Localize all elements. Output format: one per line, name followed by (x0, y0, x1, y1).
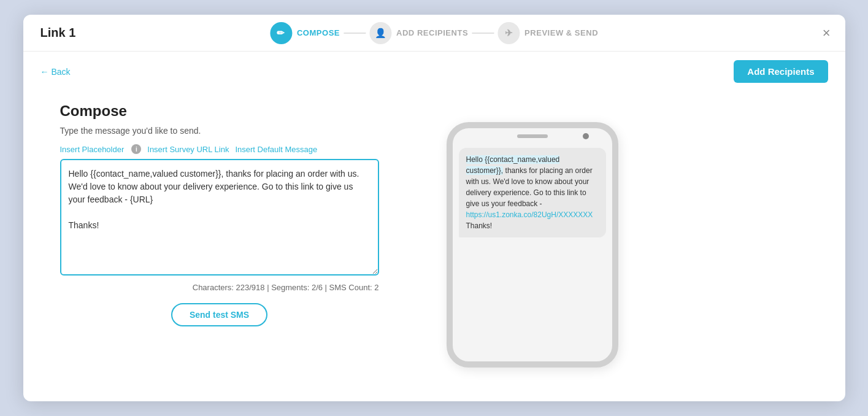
phone-top-bar (453, 128, 612, 142)
step-preview-send[interactable]: ✈ PREVIEW & SEND (497, 22, 598, 44)
phone-screen: Hello {{contact_name,valued customer}}, … (453, 142, 612, 361)
step-compose-circle: ✏ (270, 22, 292, 44)
char-count: Characters: 223/918 | Segments: 2/6 | SM… (60, 283, 379, 292)
message-bubble: Hello {{contact_name,valued customer}}, … (459, 148, 606, 237)
info-icon[interactable]: i (131, 144, 141, 154)
back-link[interactable]: ← Back (40, 67, 71, 77)
phone-speaker (517, 134, 548, 138)
toolbar-links: Insert Placeholder i Insert Survey URL L… (60, 144, 379, 154)
step-compose[interactable]: ✏ COMPOSE (270, 22, 340, 44)
compose-title: Compose (60, 102, 379, 120)
phone-mockup: Hello {{contact_name,valued customer}}, … (447, 122, 618, 368)
modal-title: Link 1 (40, 26, 76, 40)
step-preview-send-label: PREVIEW & SEND (524, 28, 598, 37)
insert-placeholder-link[interactable]: Insert Placeholder (60, 145, 125, 154)
close-button[interactable]: × (823, 26, 831, 40)
compose-section: Compose Type the message you'd like to s… (60, 102, 379, 387)
insert-survey-url-link[interactable]: Insert Survey URL Link (147, 145, 229, 154)
step-connector-2 (472, 33, 494, 34)
modal-header: Link 1 ✏ COMPOSE 👤 ADD RECIPIENTS ✈ PREV… (23, 15, 845, 52)
add-recipients-button[interactable]: Add Recipients (734, 60, 828, 83)
step-compose-label: COMPOSE (297, 28, 340, 37)
modal-subheader: ← Back Add Recipients (23, 52, 845, 88)
insert-default-message-link[interactable]: Insert Default Message (235, 145, 317, 154)
step-add-recipients-circle: 👤 (369, 22, 391, 44)
message-textarea[interactable]: Hello {{contact_name,valued customer}}, … (60, 159, 379, 275)
step-add-recipients-label: ADD RECIPIENTS (396, 28, 468, 37)
compose-modal: Link 1 ✏ COMPOSE 👤 ADD RECIPIENTS ✈ PREV… (23, 15, 845, 401)
message-thanks: Thanks! (466, 221, 493, 230)
message-link: https://us1.zonka.co/82UgH/XXXXXXX (466, 210, 593, 219)
compose-subtitle: Type the message you'd like to send. (60, 126, 379, 136)
step-add-recipients[interactable]: 👤 ADD RECIPIENTS (369, 22, 468, 44)
step-connector-1 (344, 33, 366, 34)
step-preview-send-circle: ✈ (497, 22, 520, 44)
send-test-button[interactable]: Send test SMS (171, 303, 267, 326)
stepper: ✏ COMPOSE 👤 ADD RECIPIENTS ✈ PREVIEW & S… (270, 22, 598, 44)
modal-body: Compose Type the message you'd like to s… (23, 88, 845, 401)
phone-preview: Hello {{contact_name,valued customer}}, … (428, 102, 637, 387)
phone-camera (583, 133, 589, 139)
